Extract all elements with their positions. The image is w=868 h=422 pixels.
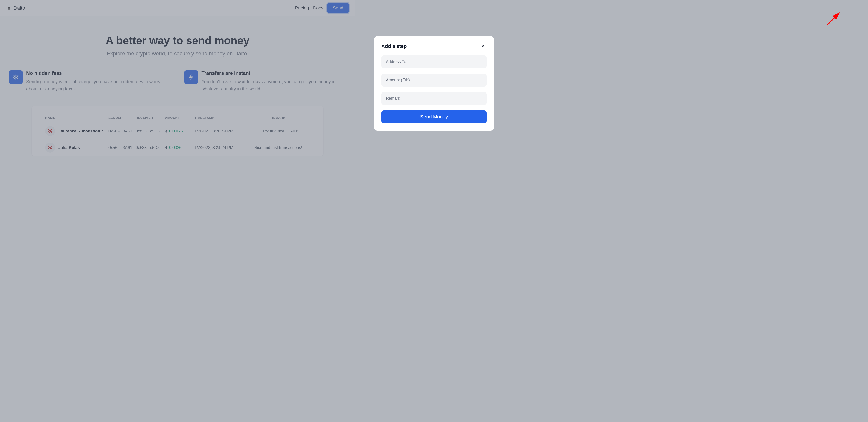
modal-overlay[interactable]: Add a step Send Money [0, 0, 355, 156]
